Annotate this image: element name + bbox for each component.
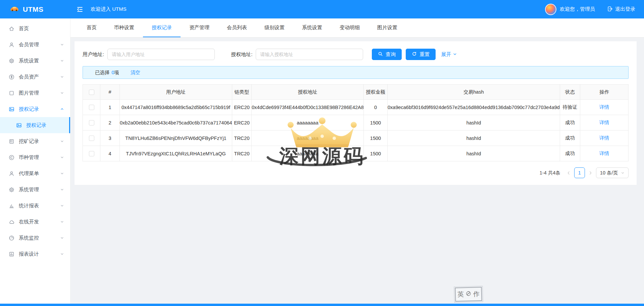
header-checkbox-cell	[83, 85, 100, 100]
detail-link[interactable]: 详情	[599, 120, 609, 125]
cell-action: 详情	[580, 115, 629, 131]
logo[interactable]: UTMS	[0, 5, 70, 13]
expand-toggle[interactable]: 展开	[441, 51, 457, 58]
tab-label: 授权记录	[152, 24, 172, 31]
sidebar-item-3[interactable]: 系统设置	[0, 53, 70, 69]
content-area: 用户地址: 授权地址: 查询 重置 展开	[70, 38, 644, 304]
user-icon	[9, 171, 14, 176]
tab-3[interactable]: 授权记录	[143, 18, 181, 37]
table-row-1: 10x447147a8016ff934bb8689c5a2d5b65c715b9…	[83, 100, 629, 115]
tab-9[interactable]: 图片设置	[368, 18, 406, 37]
sidebar-subitem-selected[interactable]: 授权记录	[0, 117, 70, 133]
cell-index: 1	[100, 100, 120, 115]
detail-link[interactable]: 详情	[599, 151, 609, 156]
seal-stamp: 英 作	[455, 287, 482, 302]
sidebar-item-14[interactable]: 报表设计	[0, 246, 70, 262]
cell-amount: 1500	[364, 146, 388, 161]
sidebar-item-2[interactable]: 会员管理	[0, 37, 70, 53]
auth-address-label: 授权地址:	[231, 51, 252, 58]
detail-link[interactable]: 详情	[599, 135, 609, 141]
records-table: #用户地址链类型授权地址授权金额交易hash状态操作10x447147a8016…	[83, 84, 629, 161]
clear-selection-link[interactable]: 清空	[131, 69, 140, 76]
chevron-down-icon	[60, 43, 64, 47]
tab-2[interactable]: 币种设置	[105, 18, 143, 37]
selection-suffix: 项	[114, 69, 119, 76]
footer-bar	[0, 304, 644, 306]
tab-4[interactable]: 资产管理	[181, 18, 218, 37]
sidebar-item-13[interactable]: 系统监控	[0, 230, 70, 246]
sidebar-item-label: 系统管理	[19, 187, 39, 193]
tab-7[interactable]: 系统设置	[293, 18, 331, 37]
cell-chain-type: ERC20	[232, 115, 252, 131]
user-greeting: 欢迎您，管理员	[560, 6, 595, 12]
row-checkbox[interactable]	[89, 105, 94, 110]
auth-address-input[interactable]	[256, 49, 363, 60]
sidebar-item-4[interactable]: 会员资产	[0, 69, 70, 85]
reset-button[interactable]: 重置	[406, 49, 436, 60]
app-window: UTMS 欢迎进入 UTMS 欢迎您，管理员 退出登录 首页会员管理系统设置会员…	[0, 0, 644, 306]
cell-index: 3	[100, 131, 120, 146]
page-number-button[interactable]: 1	[574, 167, 585, 178]
chevron-down-icon	[60, 220, 64, 224]
tab-label: 币种设置	[114, 24, 134, 31]
tab-label: 级别设置	[264, 24, 285, 31]
column-header-2: 用户地址	[120, 85, 232, 100]
sidebar-item-label: 挖矿记录	[19, 138, 39, 145]
chevron-down-icon	[60, 252, 64, 256]
next-page-icon[interactable]	[588, 171, 593, 175]
sidebar-item-8[interactable]: 币种管理	[0, 149, 70, 165]
content-card: 用户地址: 授权地址: 查询 重置 展开	[75, 41, 637, 185]
cell-user-address: 0x447147a8016ff934bb8689c5a2d5b65c715b91…	[120, 100, 232, 115]
sidebar-item-label: 会员资产	[19, 74, 39, 80]
sidebar-item-6[interactable]: 授权记录	[0, 101, 70, 117]
sidebar-item-label: 会员管理	[19, 42, 39, 48]
cell-tx-hash: hashId	[388, 131, 560, 146]
sidebar-item-7[interactable]: 挖矿记录	[0, 133, 70, 149]
cell-status: 待验证	[560, 100, 580, 115]
cell-status: 成功	[560, 146, 580, 161]
column-header-4: 授权地址	[252, 85, 364, 100]
search-button[interactable]: 查询	[372, 49, 402, 60]
row-checkbox[interactable]	[89, 151, 94, 156]
tab-6[interactable]: 级别设置	[256, 18, 293, 37]
select-all-checkbox[interactable]	[89, 90, 94, 95]
page-size-select[interactable]: 10 条/页	[596, 167, 629, 178]
row-checkbox[interactable]	[89, 120, 94, 125]
cell-amount: 1500	[364, 115, 388, 131]
avatar[interactable]	[545, 4, 556, 15]
sidebar-item-11[interactable]: 统计报表	[0, 198, 70, 214]
chevron-down-icon	[60, 171, 64, 175]
sidebar-item-9[interactable]: 代理菜单	[0, 165, 70, 182]
sidebar-item-1[interactable]: 首页	[0, 20, 70, 37]
table-row-2: 20xb2a00ebb210e543c4be75cad0c6b737ca7174…	[83, 115, 629, 131]
main-area: 首页币种设置授权记录资产管理会员列表级别设置系统设置变动明细图片设置 用户地址:…	[70, 18, 644, 304]
tab-1[interactable]: 首页	[78, 18, 105, 37]
column-header-8: 操作	[580, 85, 629, 100]
chevron-down-icon	[60, 75, 64, 79]
sidebar-item-12[interactable]: 在线开发	[0, 214, 70, 230]
expand-label: 展开	[441, 51, 451, 58]
column-header-1: #	[100, 85, 120, 100]
tab-5[interactable]: 会员列表	[218, 18, 256, 37]
chevron-down-icon	[60, 59, 64, 63]
prev-page-icon[interactable]	[566, 171, 572, 175]
cell-action: 详情	[580, 100, 629, 115]
pagination-total: 1-4 共4条	[540, 170, 560, 176]
chevron-down-icon	[60, 155, 64, 159]
logout-icon	[607, 6, 613, 13]
logout-label: 退出登录	[615, 6, 635, 12]
column-header-6: 交易hash	[388, 85, 560, 100]
selection-prefix: 已选择	[95, 69, 110, 76]
page-size-label: 10 条/页	[600, 170, 618, 176]
detail-link[interactable]: 详情	[599, 104, 609, 110]
logout-button[interactable]: 退出登录	[607, 6, 635, 13]
tab-8[interactable]: 变动明细	[331, 18, 368, 37]
sidebar-item-5[interactable]: 图片管理	[0, 85, 70, 101]
sidebar: 首页会员管理系统设置会员资产图片管理授权记录授权记录挖矿记录币种管理代理菜单系统…	[0, 18, 70, 304]
row-checkbox[interactable]	[89, 136, 94, 141]
user-address-input[interactable]	[107, 49, 215, 60]
sidebar-item-10[interactable]: 系统管理	[0, 182, 70, 198]
tab-label: 资产管理	[189, 24, 209, 31]
menu-fold-icon[interactable]	[77, 6, 83, 13]
cell-amount: 0	[364, 100, 388, 115]
